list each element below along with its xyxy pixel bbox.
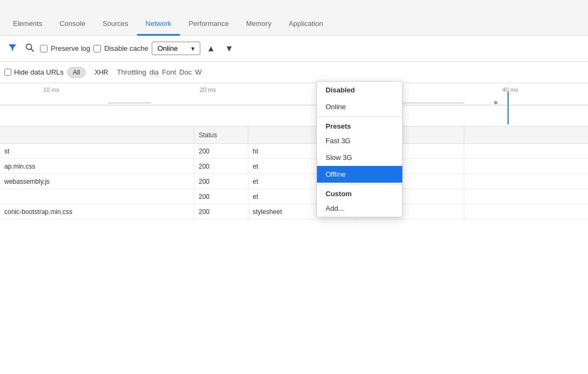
cell-status-1: 200 [194, 159, 248, 173]
hide-data-urls-checkbox[interactable] [4, 69, 11, 76]
dropdown-item-add[interactable]: Add... [317, 200, 402, 217]
dropdown-item-disabled[interactable]: Disabled [317, 82, 402, 98]
dropdown-item-offline[interactable]: Offline [317, 166, 402, 183]
dropdown-item-fast3g[interactable]: Fast 3G [317, 132, 402, 149]
toolbar: Preserve log Disable cache Online Offlin… [0, 36, 588, 62]
timeline-cursor-line [508, 92, 509, 124]
dropdown-header-custom: Custom [317, 185, 402, 200]
cell-name-3 [0, 189, 194, 204]
tick-10ms: 10 ms [43, 86, 59, 93]
preserve-log-label[interactable]: Preserve log [40, 44, 90, 52]
funnel-icon [8, 43, 17, 54]
timeline-dot [494, 101, 497, 104]
disable-cache-label[interactable]: Disable cache [93, 44, 148, 52]
tab-sources[interactable]: Sources [94, 14, 137, 36]
tab-network[interactable]: Network [137, 14, 180, 36]
tab-performance[interactable]: Performance [180, 14, 237, 36]
cell-name-0: st [0, 144, 194, 158]
timeline-hline-1 [0, 105, 588, 105]
cell-status-4: 200 [194, 204, 248, 219]
tick-40ms: 40 ms [502, 86, 518, 93]
tab-application[interactable]: Application [280, 14, 332, 36]
cell-status-2: 200 [194, 174, 248, 189]
network-throttle-dropdown: Disabled Online Presets Fast 3G Slow 3G … [316, 81, 403, 217]
timeline-area: 10 ms 20 ms 40 ms [0, 83, 588, 126]
throttle-label: Throttling [117, 68, 146, 76]
dropdown-item-online[interactable]: Online [317, 98, 402, 115]
import-button[interactable]: ▲ [204, 42, 219, 56]
media-label: dia [150, 68, 159, 76]
network-throttle-wrapper: Online Offline Fast 3G Slow 3G ▼ [152, 42, 200, 55]
col-header-name[interactable] [0, 126, 194, 143]
table-row[interactable]: webassembly.js 200 et (index) [0, 174, 588, 189]
upload-icon: ▲ [207, 44, 215, 54]
font-label: Font [162, 68, 176, 76]
dropdown-item-slow3g[interactable]: Slow 3G [317, 149, 402, 166]
dropdown-divider-1 [317, 116, 402, 117]
tab-console[interactable]: Console [51, 14, 94, 36]
filter-xhr-button[interactable]: XHR [89, 68, 113, 77]
doc-label: Doc [179, 68, 192, 76]
tab-bar: Elements Console Sources Network Perform… [0, 0, 588, 36]
tab-memory[interactable]: Memory [238, 14, 280, 36]
w-label: W [195, 68, 201, 76]
disable-cache-text: Disable cache [104, 44, 148, 52]
svg-line-1 [31, 49, 34, 52]
tab-elements[interactable]: Elements [4, 14, 51, 36]
download-icon: ▼ [225, 44, 233, 54]
hide-data-urls-label[interactable]: Hide data URLs [4, 68, 64, 76]
cell-name-4: conic-bootstrap.min.css [0, 204, 194, 219]
table-row[interactable]: 200 et (index) [0, 189, 588, 204]
filter-all-button[interactable]: All [67, 67, 86, 78]
preserve-log-text: Preserve log [51, 44, 90, 52]
cell-status-0: 200 [194, 144, 248, 158]
table-row[interactable]: st 200 ht Other [0, 144, 588, 159]
network-throttle-select[interactable]: Online Offline Fast 3G Slow 3G [152, 42, 200, 55]
table-header: Status Initiator [0, 126, 588, 144]
cell-name-1: ap.min.css [0, 159, 194, 173]
hide-data-urls-text: Hide data URLs [14, 68, 64, 76]
filter-row: Hide data URLs All XHR Throttling dia Fo… [0, 62, 588, 83]
tick-20ms: 20 ms [200, 86, 216, 93]
cell-name-2: webassembly.js [0, 174, 194, 189]
timeline-segment-2 [400, 103, 464, 103]
filter-button[interactable] [5, 41, 19, 56]
cell-status-3: 200 [194, 189, 248, 204]
dropdown-divider-2 [317, 184, 402, 184]
timeline-segment-1 [108, 103, 151, 103]
col-header-status[interactable]: Status [194, 126, 248, 143]
table-row[interactable]: conic-bootstrap.min.css 200 stylesheet (… [0, 204, 588, 219]
table-row[interactable]: ap.min.css 200 et (index) [0, 159, 588, 174]
search-button[interactable] [23, 41, 37, 56]
disable-cache-checkbox[interactable] [93, 45, 101, 52]
search-icon [25, 43, 35, 54]
preserve-log-checkbox[interactable] [40, 45, 48, 52]
table-body: st 200 ht Other ap.min.css 200 et (index… [0, 144, 588, 219]
export-button[interactable]: ▼ [221, 42, 236, 56]
dropdown-header-presets: Presets [317, 118, 402, 132]
